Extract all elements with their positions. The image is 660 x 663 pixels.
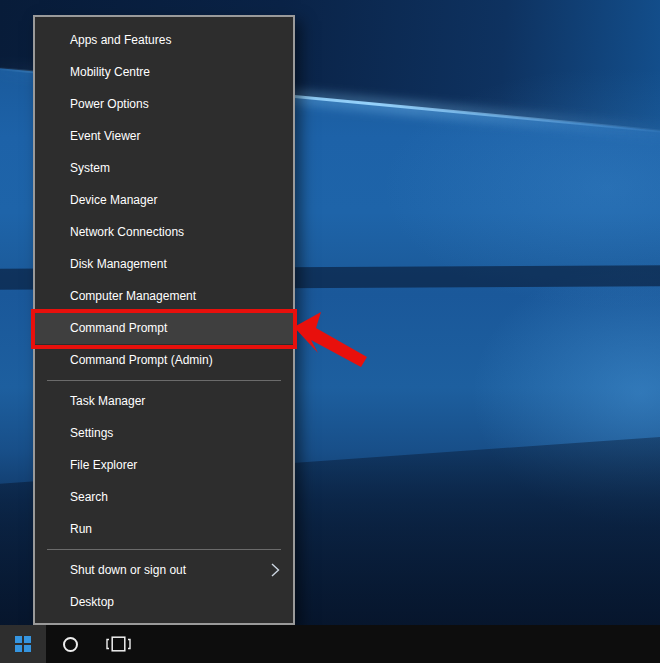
menu-item-search[interactable]: Search bbox=[35, 481, 293, 513]
menu-item-run[interactable]: Run bbox=[35, 513, 293, 545]
menu-item-file-explorer[interactable]: File Explorer bbox=[35, 449, 293, 481]
menu-item-command-prompt-admin[interactable]: Command Prompt (Admin) bbox=[35, 344, 293, 376]
menu-item-device-manager[interactable]: Device Manager bbox=[35, 184, 293, 216]
menu-item-settings[interactable]: Settings bbox=[35, 417, 293, 449]
menu-item-label: Search bbox=[70, 481, 108, 513]
chevron-right-icon bbox=[271, 563, 280, 577]
menu-item-shut-down-or-sign-out[interactable]: Shut down or sign out bbox=[35, 554, 293, 586]
menu-item-command-prompt[interactable]: Command Prompt bbox=[35, 312, 293, 344]
menu-item-mobility-centre[interactable]: Mobility Centre bbox=[35, 56, 293, 88]
menu-item-label: File Explorer bbox=[70, 449, 137, 481]
menu-item-event-viewer[interactable]: Event Viewer bbox=[35, 120, 293, 152]
cortana-circle-icon bbox=[63, 637, 78, 652]
menu-item-label: Run bbox=[70, 513, 92, 545]
menu-item-label: Power Options bbox=[70, 88, 149, 120]
menu-item-power-options[interactable]: Power Options bbox=[35, 88, 293, 120]
menu-item-label: Network Connections bbox=[70, 216, 184, 248]
menu-item-label: Disk Management bbox=[70, 248, 167, 280]
menu-item-system[interactable]: System bbox=[35, 152, 293, 184]
menu-item-label: Shut down or sign out bbox=[70, 554, 186, 586]
menu-item-label: Device Manager bbox=[70, 184, 157, 216]
menu-item-label: Command Prompt bbox=[70, 312, 167, 344]
menu-item-computer-management[interactable]: Computer Management bbox=[35, 280, 293, 312]
menu-item-label: Desktop bbox=[70, 586, 114, 618]
menu-item-desktop[interactable]: Desktop bbox=[35, 586, 293, 618]
menu-item-label: Mobility Centre bbox=[70, 56, 150, 88]
menu-item-network-connections[interactable]: Network Connections bbox=[35, 216, 293, 248]
menu-item-label: Task Manager bbox=[70, 385, 145, 417]
task-view-icon bbox=[104, 636, 132, 652]
menu-item-label: Computer Management bbox=[70, 280, 196, 312]
menu-item-label: Settings bbox=[70, 417, 113, 449]
menu-item-label: Event Viewer bbox=[70, 120, 140, 152]
winx-menu: Apps and FeaturesMobility CentrePower Op… bbox=[33, 15, 295, 625]
menu-item-disk-management[interactable]: Disk Management bbox=[35, 248, 293, 280]
menu-item-apps-and-features[interactable]: Apps and Features bbox=[35, 24, 293, 56]
menu-item-label: System bbox=[70, 152, 110, 184]
menu-separator bbox=[47, 549, 281, 550]
start-button[interactable] bbox=[0, 625, 46, 663]
cortana-button[interactable] bbox=[46, 625, 94, 663]
menu-separator bbox=[47, 380, 281, 381]
menu-item-task-manager[interactable]: Task Manager bbox=[35, 385, 293, 417]
menu-item-label: Command Prompt (Admin) bbox=[70, 344, 213, 376]
taskbar bbox=[0, 625, 660, 663]
menu-item-label: Apps and Features bbox=[70, 24, 171, 56]
task-view-button[interactable] bbox=[94, 625, 142, 663]
windows-logo-icon bbox=[15, 636, 31, 652]
